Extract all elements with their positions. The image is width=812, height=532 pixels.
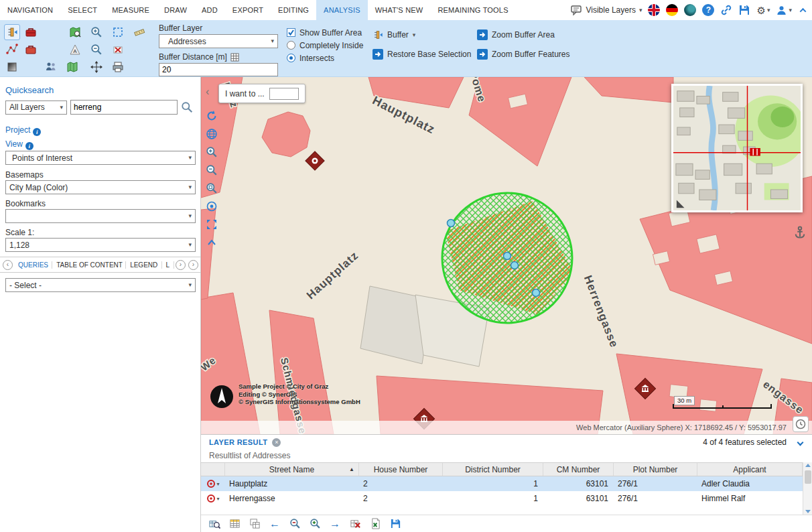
sidebar-collapse-icon[interactable]: ‹: [206, 86, 209, 97]
checkbox-checked-icon[interactable]: [287, 28, 295, 37]
bookmarks-select[interactable]: ▾: [5, 209, 196, 223]
collapse-ribbon-icon[interactable]: [800, 7, 807, 14]
language-german-icon[interactable]: [666, 4, 678, 16]
layer-result-tab[interactable]: LAYER RESULT: [209, 438, 267, 446]
toolbox-icon[interactable]: [23, 24, 39, 40]
scale-select[interactable]: 1,128 ▾: [5, 238, 196, 252]
menu-export[interactable]: EXPORT: [225, 0, 271, 20]
basemaps-select[interactable]: City Map (Color) ▾: [5, 180, 196, 194]
export-xls-icon[interactable]: [368, 517, 382, 531]
measure-tool-icon[interactable]: [131, 24, 147, 40]
tab-truncated[interactable]: L: [162, 261, 174, 269]
restore-base-selection-button[interactable]: Restore Base Selection: [373, 48, 471, 61]
buffer-button[interactable]: Buffer ▾: [373, 28, 471, 42]
next-result-button[interactable]: →: [328, 517, 342, 531]
completely-inside-option[interactable]: Completely Inside: [287, 39, 363, 52]
collapse-panel-icon[interactable]: [797, 439, 804, 446]
scroll-down-icon[interactable]: [805, 510, 811, 513]
show-buffer-area-option[interactable]: Show Buffer Area: [287, 26, 363, 39]
save-result-icon[interactable]: [389, 517, 402, 531]
visible-layers-dropdown[interactable]: Visible Layers ▾: [570, 4, 642, 16]
label-tool-icon[interactable]: A: [67, 42, 83, 58]
table-row[interactable]: ▾ Hauptplatz 2 1 63101 276/1 Adler Claud…: [201, 476, 803, 491]
query-select[interactable]: - Select - ▾: [5, 278, 196, 292]
tab-queries[interactable]: QUERIES: [14, 261, 52, 269]
header-house-number[interactable]: House Number: [359, 463, 443, 476]
map-viewport[interactable]: Hauptplatz Hauptplatz Herrengasse Pome S…: [201, 77, 812, 434]
i-want-to-widget[interactable]: I want to ...: [218, 84, 306, 103]
language-english-icon[interactable]: [648, 4, 660, 16]
polyline-measure-icon[interactable]: [4, 42, 20, 58]
quicksearch-link[interactable]: Quicksearch: [5, 85, 54, 95]
scroll-thumb[interactable]: [805, 470, 811, 484]
save-session-icon[interactable]: [738, 4, 750, 16]
show-table-icon[interactable]: [228, 517, 241, 531]
anchor-overview-icon[interactable]: [793, 226, 807, 239]
settings-menu[interactable]: ⚙ ▾: [756, 5, 770, 15]
chevron-up-icon[interactable]: [205, 236, 218, 249]
toolbox-secondary-icon[interactable]: [23, 42, 39, 58]
view-info-icon[interactable]: i: [25, 142, 33, 150]
radio-unselected-icon[interactable]: [287, 41, 295, 50]
row-menu-caret-icon[interactable]: ▾: [216, 496, 219, 502]
globe-logo-icon[interactable]: [684, 4, 696, 16]
buffer-distance-input[interactable]: [159, 63, 278, 76]
clear-selection-tool-icon[interactable]: [110, 42, 126, 58]
menu-measure[interactable]: MEASURE: [105, 0, 157, 20]
zoom-out-tool-icon[interactable]: [88, 42, 105, 58]
map-tool-icon[interactable]: [64, 59, 80, 75]
layer-filter-select[interactable]: All Layers ▾: [5, 101, 67, 115]
header-street-name[interactable]: Street Name▲: [225, 463, 359, 476]
swipe-tool-icon[interactable]: [4, 59, 20, 75]
users-tool-icon[interactable]: [43, 59, 59, 75]
history-clock-icon[interactable]: [793, 416, 809, 432]
tabs-overflow-button[interactable]: ›: [188, 260, 198, 270]
zoom-out-result-icon[interactable]: [288, 517, 301, 531]
row-target-icon[interactable]: [206, 479, 216, 488]
map-search-icon[interactable]: [67, 24, 83, 40]
print-icon[interactable]: [110, 59, 126, 75]
fullscreen-icon[interactable]: [205, 218, 218, 231]
zoom-buffer-area-button[interactable]: Zoom Buffer Area: [477, 28, 570, 42]
row-target-icon[interactable]: [206, 494, 216, 503]
result-scrollbar[interactable]: [803, 462, 812, 515]
previous-result-button[interactable]: ←: [268, 517, 281, 531]
menu-draw[interactable]: DRAW: [157, 0, 194, 20]
select-rectangle-icon[interactable]: [110, 24, 126, 40]
distance-table-icon[interactable]: [230, 53, 239, 62]
radio-selected-icon[interactable]: [287, 54, 295, 62]
menu-add[interactable]: ADD: [194, 0, 225, 20]
header-cm-number[interactable]: CM Number: [543, 463, 614, 476]
search-input[interactable]: [70, 100, 178, 115]
table-row[interactable]: ▾ Herrengasse 2 1 63101 276/1 Himmel Ral…: [201, 491, 803, 506]
menu-remaining-tools[interactable]: REMAINING TOOLS: [430, 0, 515, 20]
search-icon[interactable]: [181, 101, 193, 113]
project-info-icon[interactable]: i: [33, 128, 41, 136]
menu-select[interactable]: SELECT: [60, 0, 105, 20]
zoom-in-icon[interactable]: [205, 145, 218, 159]
share-link-icon[interactable]: [720, 4, 732, 16]
i-want-to-input[interactable]: [269, 88, 299, 100]
row-menu-caret-icon[interactable]: ▾: [216, 481, 219, 487]
help-button[interactable]: ?: [702, 4, 714, 16]
header-district-number[interactable]: District Number: [443, 463, 543, 476]
clear-result-selection-icon[interactable]: [348, 517, 362, 531]
tabs-scroll-left-button[interactable]: ‹: [3, 260, 13, 270]
close-result-icon[interactable]: ×: [272, 438, 281, 447]
tabs-scroll-right-button[interactable]: ›: [176, 260, 186, 270]
scroll-up-icon[interactable]: [805, 464, 811, 467]
refresh-icon[interactable]: [205, 109, 218, 123]
tab-table-of-content[interactable]: TABLE OF CONTENT: [52, 261, 126, 269]
menu-editing[interactable]: EDITING: [271, 0, 316, 20]
zoom-in-result-icon[interactable]: [308, 517, 322, 531]
view-select[interactable]: Points of Interest ▾: [5, 151, 196, 165]
pan-tool-icon[interactable]: [88, 59, 105, 75]
zoom-buffer-features-button[interactable]: Zoom Buffer Features: [477, 48, 570, 61]
zoom-extent-icon[interactable]: [205, 182, 218, 195]
header-plot-number[interactable]: Plot Number: [614, 463, 697, 476]
center-target-icon[interactable]: [205, 200, 218, 213]
copy-table-icon[interactable]: [248, 517, 261, 531]
zoom-in-tool-icon[interactable]: [88, 24, 105, 40]
overview-map[interactable]: [671, 84, 803, 212]
menu-whats-new[interactable]: WHAT'S NEW: [368, 0, 431, 20]
